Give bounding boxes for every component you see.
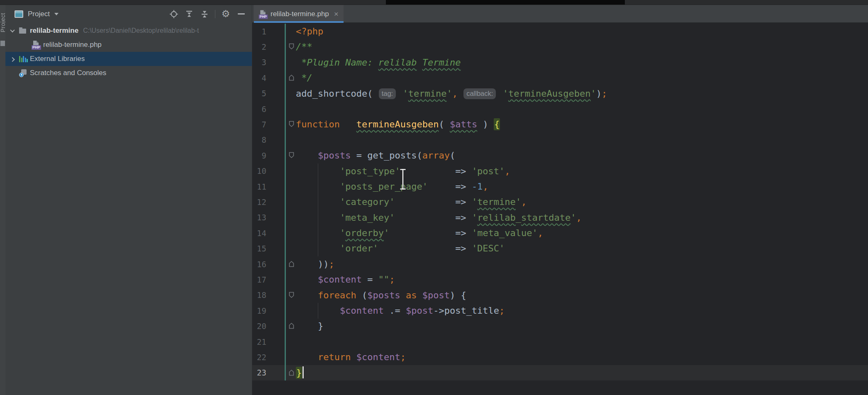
- code-line-6[interactable]: [296, 101, 607, 117]
- line-number[interactable]: 23: [252, 368, 266, 377]
- code-line-3[interactable]: *Plugin Name: relilab Termine: [296, 55, 607, 70]
- code-line-20[interactable]: }: [296, 318, 607, 334]
- fold-region-end-icon[interactable]: [288, 322, 295, 329]
- line-number[interactable]: 6: [252, 105, 266, 114]
- line-number[interactable]: 8: [252, 135, 266, 144]
- code-line-8[interactable]: [296, 132, 607, 148]
- code-token: [296, 197, 340, 207]
- close-icon[interactable]: ×: [334, 10, 339, 19]
- line-number[interactable]: 20: [252, 322, 266, 331]
- line-number[interactable]: 5: [252, 89, 266, 98]
- code-line-14[interactable]: 'orderby' => 'meta_value',: [296, 225, 607, 241]
- code-line-4[interactable]: */: [296, 70, 607, 85]
- code-line-7[interactable]: function termineAusgeben( $atts ) {: [296, 117, 607, 132]
- locate-icon[interactable]: [169, 9, 179, 19]
- code-token: [340, 119, 356, 129]
- gutter-row[interactable]: 7: [252, 117, 296, 132]
- gutter-row[interactable]: 17: [252, 272, 296, 287]
- line-number[interactable]: 3: [252, 58, 266, 67]
- code-token: return: [318, 352, 351, 362]
- fold-region-start-icon[interactable]: [288, 152, 295, 158]
- code-line-18[interactable]: foreach ($posts as $post) {: [296, 288, 607, 303]
- line-number[interactable]: 21: [252, 337, 266, 346]
- line-number[interactable]: 19: [252, 306, 266, 315]
- line-number[interactable]: 4: [252, 73, 266, 83]
- line-number[interactable]: 9: [252, 151, 266, 160]
- gutter-row[interactable]: 4: [252, 70, 296, 85]
- line-number[interactable]: 1: [252, 27, 266, 36]
- code-line-13[interactable]: 'meta_key' => 'relilab_startdate',: [296, 210, 607, 225]
- code-line-2[interactable]: /**: [296, 39, 607, 54]
- code-line-9[interactable]: $posts = get_posts(array(: [296, 148, 607, 163]
- line-number[interactable]: 12: [252, 198, 266, 207]
- gutter-row[interactable]: 16: [252, 256, 296, 272]
- expand-all-icon[interactable]: [184, 9, 194, 19]
- gutter-row[interactable]: 6: [252, 101, 296, 117]
- chevron-right-icon[interactable]: [9, 56, 16, 62]
- gutter-row[interactable]: 13: [252, 210, 296, 225]
- gutter-row[interactable]: 14: [252, 225, 296, 241]
- code-line-17[interactable]: $content = "";: [296, 272, 607, 287]
- code-line-15[interactable]: 'order' => 'DESC': [296, 241, 607, 256]
- code-token: $posts: [367, 290, 400, 300]
- project-panel-title[interactable]: Project: [28, 10, 50, 18]
- fold-region-end-icon[interactable]: [288, 261, 295, 267]
- gutter-row[interactable]: 8: [252, 132, 296, 148]
- line-number[interactable]: 22: [252, 353, 266, 362]
- code-line-21[interactable]: [296, 334, 607, 349]
- line-number[interactable]: 15: [252, 244, 266, 253]
- line-number[interactable]: 10: [252, 166, 266, 176]
- code-line-16[interactable]: ));: [296, 256, 607, 272]
- settings-gear-icon[interactable]: ⚙: [221, 9, 231, 19]
- line-number[interactable]: 14: [252, 229, 266, 238]
- collapse-all-icon[interactable]: [200, 9, 210, 19]
- fold-region-start-icon[interactable]: [288, 121, 295, 127]
- hide-panel-icon[interactable]: [236, 9, 246, 19]
- code-line-1[interactable]: <?php: [296, 24, 607, 39]
- gutter-row[interactable]: 22: [252, 349, 296, 365]
- gutter-row[interactable]: 11: [252, 179, 296, 194]
- fold-region-start-icon[interactable]: [288, 43, 295, 50]
- code-editor[interactable]: 1234567891011121314151617181920212223 <?…: [252, 23, 868, 395]
- line-number[interactable]: 11: [252, 182, 266, 191]
- gutter-row[interactable]: 20: [252, 318, 296, 334]
- gutter-row[interactable]: 5: [252, 86, 296, 101]
- gutter-row[interactable]: 3: [252, 55, 296, 70]
- code-token: /**: [296, 41, 312, 52]
- gutter-row[interactable]: 12: [252, 194, 296, 210]
- gutter-row[interactable]: 15: [252, 241, 296, 256]
- fold-region-end-icon[interactable]: [288, 369, 295, 376]
- fold-region-end-icon[interactable]: [288, 74, 295, 81]
- gutter-row[interactable]: 19: [252, 303, 296, 318]
- gutter-row[interactable]: 18: [252, 288, 296, 303]
- code-line-12[interactable]: 'category' => 'termine',: [296, 194, 607, 210]
- tree-item-relilab-termine-folder[interactable]: relilab-termineC:\Users\Daniel\Desktop\r…: [5, 24, 252, 38]
- line-number[interactable]: 2: [252, 42, 266, 51]
- tree-item-relilab-termine-php[interactable]: PHPrelilab-termine.php: [5, 38, 252, 52]
- code-line-11[interactable]: 'posts_per_page' => -1,: [296, 179, 607, 194]
- gutter-row[interactable]: 1: [252, 24, 296, 39]
- tree-item-scratches-and-consoles[interactable]: Scratches and Consoles: [5, 66, 252, 80]
- gutter-row[interactable]: 23: [252, 365, 296, 380]
- tree-item-external-libraries[interactable]: External Libraries: [5, 52, 252, 66]
- gutter-row[interactable]: 2: [252, 39, 296, 54]
- code-line-5[interactable]: add_shortcode( tag: 'termine', callback:…: [296, 86, 607, 101]
- tool-window-stripe-icon[interactable]: [0, 41, 5, 46]
- code-line-22[interactable]: return $content;: [296, 349, 607, 365]
- line-number[interactable]: 13: [252, 213, 266, 222]
- code-line-19[interactable]: $content .= $post->post_title;: [296, 303, 607, 318]
- fold-region-start-icon[interactable]: [288, 292, 295, 298]
- line-number[interactable]: 16: [252, 260, 266, 269]
- gutter-row[interactable]: 21: [252, 334, 296, 349]
- code-line-23[interactable]: }: [296, 365, 607, 380]
- code-token: _: [516, 212, 521, 223]
- line-number[interactable]: 17: [252, 275, 266, 284]
- tab-relilab-termine-php[interactable]: PHP relilab-termine.php ×: [254, 5, 344, 23]
- gutter-row[interactable]: 10: [252, 163, 296, 179]
- chevron-down-icon[interactable]: [54, 13, 59, 15]
- line-number[interactable]: 7: [252, 120, 266, 129]
- line-number[interactable]: 18: [252, 290, 266, 300]
- code-line-10[interactable]: 'post_type' => 'post',: [296, 163, 607, 179]
- chevron-down-icon[interactable]: [9, 27, 16, 34]
- gutter-row[interactable]: 9: [252, 148, 296, 163]
